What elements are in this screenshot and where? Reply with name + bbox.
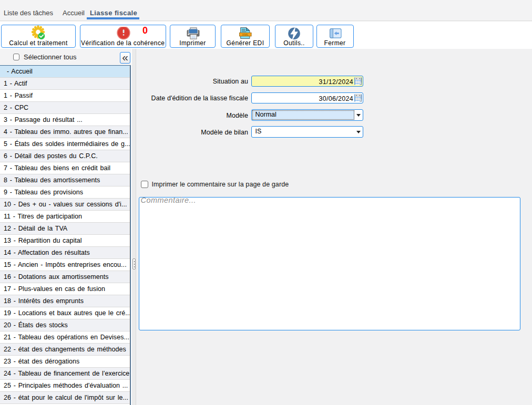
svg-text:XML: XML: [242, 33, 249, 36]
